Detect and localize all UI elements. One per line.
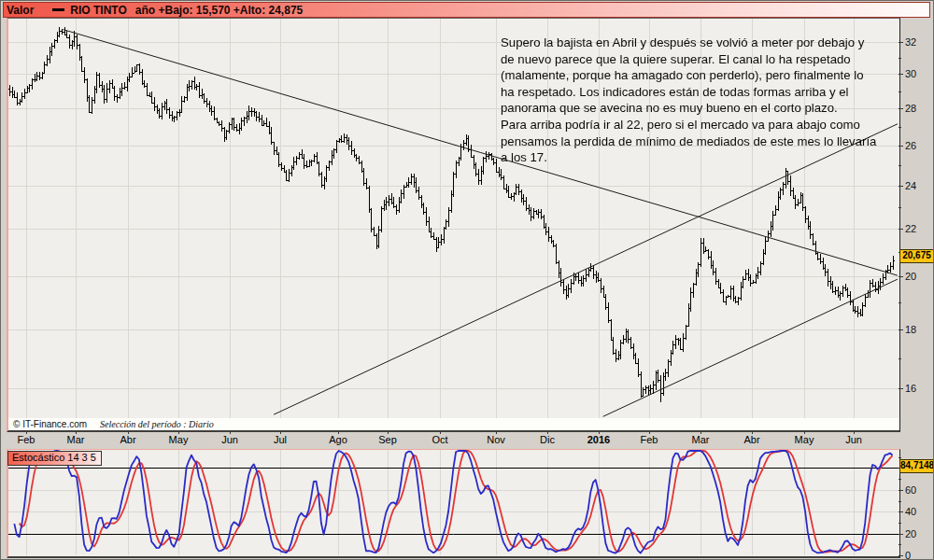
stochastic-panel[interactable] [7, 449, 900, 558]
price-axis-tick [899, 186, 903, 187]
price-axis-label: 28 [905, 103, 916, 114]
stoch-axis-label: 40 [905, 506, 916, 517]
time-axis-label: Dic [528, 434, 567, 445]
info-strip: © IT-Finance.com Selección del período :… [7, 418, 900, 432]
price-axis-minor-tick [899, 207, 901, 208]
stoch-axis-minor-tick [899, 479, 901, 480]
price-axis-label: 18 [905, 324, 916, 335]
stoch-axis-tick [899, 511, 903, 512]
time-axis-label: Mar [681, 434, 720, 445]
time-axis-label: Jun [210, 434, 249, 445]
time-axis-label: May [159, 434, 198, 445]
price-axis-label: 22 [905, 223, 916, 234]
period-selector-label[interactable]: Selección del período : Diario [100, 419, 214, 429]
copyright-label: © IT-Finance.com [13, 419, 87, 429]
price-axis-label: 32 [905, 36, 916, 48]
time-axis-label: Nov [476, 434, 516, 445]
stochastic-canvas[interactable] [8, 450, 899, 555]
time-axis-label: Jun [834, 434, 873, 445]
price-axis-label: 30 [905, 68, 916, 79]
series-legend-dash-icon [52, 8, 64, 11]
series-name: RIO TINTO [70, 4, 126, 17]
time-axis-label: 2016 [579, 434, 618, 445]
price-axis-tick [899, 329, 903, 330]
stoch-axis-label: 0 [905, 550, 911, 560]
chart-header: Valor RIO TINTO año +Bajo: 15,570 +Alto:… [3, 2, 930, 18]
time-axis-label: Feb [7, 434, 46, 445]
time-axis-label: Sep [368, 434, 407, 445]
stoch-axis-tick [899, 555, 903, 556]
time-axis-label: Jul [261, 434, 300, 445]
time-axis-label: Mar [56, 434, 95, 445]
stoch-axis-minor-tick [899, 501, 901, 502]
analysis-annotation: Supero la bajista en Abril y después se … [501, 35, 904, 166]
price-axis-tick [899, 388, 903, 389]
year-low-high-label: año +Bajo: 15,570 +Alto: 24,875 [135, 4, 303, 17]
price-axis-label: 26 [905, 140, 916, 151]
time-axis-label: Abr [732, 434, 771, 445]
price-axis-minor-tick [899, 302, 901, 303]
stoch-axis-label: 20 [905, 528, 916, 539]
price-axis-minor-tick [899, 358, 901, 359]
stoch-axis-minor-tick [899, 457, 901, 458]
stoch-axis-tick [899, 490, 903, 491]
stoch-axis-label: 60 [905, 484, 916, 496]
chart-window: Valor RIO TINTO año +Bajo: 15,570 +Alto:… [0, 0, 934, 560]
time-axis-label: Ago [318, 434, 358, 445]
price-axis-tick [899, 229, 903, 230]
time-axis-label: Feb [630, 434, 669, 445]
price-axis-tick [899, 276, 903, 277]
price-axis-label: 16 [905, 383, 916, 394]
price-axis-label: 24 [905, 180, 916, 191]
stochastic-indicator-label[interactable]: Estocástico 14 3 5 [7, 451, 102, 466]
price-axis-label: 20 [905, 271, 916, 282]
stoch-axis-tick [899, 534, 903, 535]
stoch-axis-minor-tick [899, 523, 901, 524]
value-mode-label: Valor [7, 4, 34, 17]
stoch-axis-minor-tick [899, 544, 901, 545]
time-axis-label: Abr [108, 434, 148, 445]
stochastic-value-label: 84,7148 [899, 459, 934, 473]
time-axis-label: Oct [420, 434, 460, 445]
last-price-label: 20,675 [899, 249, 934, 263]
time-axis-label: May [785, 434, 824, 445]
